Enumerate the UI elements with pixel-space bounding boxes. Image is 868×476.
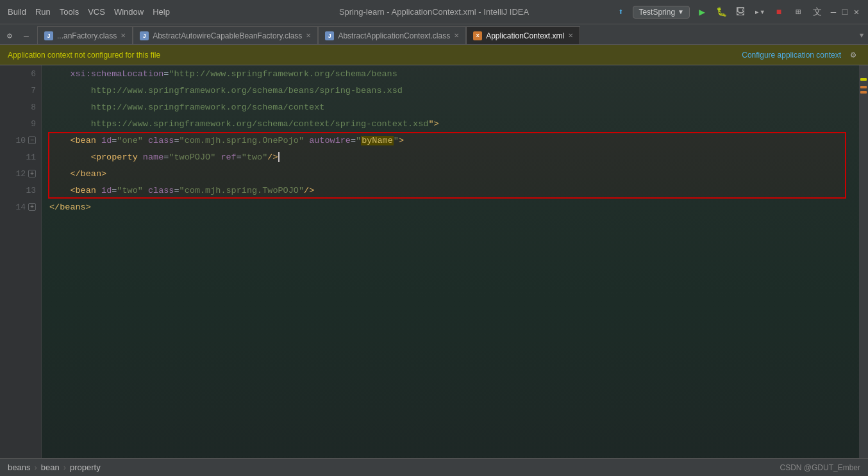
breadcrumb-property[interactable]: property: [70, 463, 101, 472]
tab-label: AbstractApplicationContext.class: [338, 31, 450, 40]
line-number: 14: [15, 202, 26, 212]
code-token: </: [49, 202, 60, 212]
info-bar-message: Application context not configured for t…: [8, 51, 160, 60]
status-bar: beans › bean › property CSDN @GDUT_Ember: [0, 458, 868, 476]
right-scrollbar[interactable]: [859, 65, 868, 458]
code-token: "one": [117, 136, 143, 145]
code-token: beans: [60, 202, 86, 212]
run-button[interactable]: ▶: [695, 5, 709, 19]
code-token: =: [112, 186, 117, 195]
line-number: 6: [31, 69, 36, 79]
java-file-icon: J: [140, 31, 149, 40]
fold-icon-14[interactable]: +: [28, 203, 36, 211]
run-config-selector[interactable]: TestSpring ▼: [633, 6, 690, 19]
close-button[interactable]: ✕: [853, 8, 860, 16]
code-line-6: xsi:schemaLocation="http://www.springfra…: [42, 65, 859, 82]
gutter-line-13: 13: [0, 182, 36, 199]
back-navigation-icon[interactable]: ⬆: [613, 5, 628, 19]
tab-close-icon[interactable]: ✕: [121, 32, 126, 39]
code-token: name: [143, 152, 163, 162]
maximize-button[interactable]: □: [841, 8, 849, 16]
tabs-bar: ⚙ — J ...anFactory.class ✕ J AbstractAut…: [0, 24, 868, 45]
code-token: class: [148, 186, 174, 195]
translate-button[interactable]: 文: [810, 5, 824, 19]
tab-close-icon[interactable]: ✕: [306, 32, 311, 39]
code-token: bean: [76, 136, 96, 145]
gutter-line-6: 6: [0, 65, 36, 82]
menu-build[interactable]: Build: [8, 7, 26, 17]
code-token: [138, 152, 143, 162]
code-token: =: [174, 186, 179, 195]
code-token: [143, 186, 148, 195]
code-token: [304, 136, 309, 145]
tab-abstractautowire[interactable]: J AbstractAutowireCapableBeanFactory.cla…: [133, 26, 318, 44]
code-token: =: [112, 136, 117, 145]
fold-icon-10[interactable]: −: [28, 136, 36, 144]
code-token: "two": [242, 152, 268, 162]
tab-close-icon[interactable]: ✕: [454, 32, 459, 39]
code-token: http://www.springframework.org/schema/be…: [49, 86, 403, 95]
code-token: "http://www.springframework.org/schema/b…: [169, 69, 397, 79]
code-token: </: [49, 169, 81, 179]
scrollbar-marker-yellow: [860, 78, 867, 81]
code-token: ": [394, 136, 399, 145]
code-editor[interactable]: xsi:schemaLocation="http://www.springfra…: [42, 65, 859, 458]
scrollbar-marker-orange2: [860, 91, 867, 94]
code-token: >: [86, 202, 91, 212]
java-file-icon: J: [325, 31, 334, 40]
info-bar-settings-icon[interactable]: ⚙: [846, 48, 860, 62]
more-run-actions[interactable]: ▸▾: [753, 5, 767, 19]
code-token: id: [101, 136, 112, 145]
coverage-button[interactable]: ⛾: [733, 5, 747, 19]
menu-run[interactable]: Run: [35, 7, 51, 17]
fold-icon-12[interactable]: +: [28, 170, 36, 177]
code-token: "twoPOJO": [169, 152, 215, 162]
tab-beanfactory[interactable]: J ...anFactory.class ✕: [37, 26, 133, 44]
menu-vcs[interactable]: VCS: [88, 7, 105, 17]
line-number: 8: [31, 103, 36, 112]
code-line-8: http://www.springframework.org/schema/co…: [42, 99, 859, 115]
java-file-icon: J: [44, 31, 53, 40]
code-token: [96, 136, 101, 145]
profile-button[interactable]: ⊞: [791, 5, 805, 19]
breadcrumb-beans[interactable]: beans: [8, 463, 30, 472]
menu-help[interactable]: Help: [153, 7, 170, 17]
code-token: byName: [361, 136, 394, 145]
tab-abstractapp[interactable]: J AbstractApplicationContext.class ✕: [318, 26, 466, 44]
window-controls: — □ ✕: [830, 8, 860, 16]
main-editor-area: 6 7 8 9 10 − 11 12 + 13: [0, 65, 868, 458]
code-token: ">: [428, 119, 438, 129]
code-token: bean: [81, 169, 101, 179]
code-token: http://www.springframework.org/schema/co…: [49, 103, 324, 112]
code-token: "two": [117, 186, 143, 195]
line-number: 11: [26, 152, 36, 162]
menu-window[interactable]: Window: [114, 7, 144, 17]
code-token: <: [49, 136, 76, 145]
title-bar-left: Build Run Tools VCS Window Help: [8, 7, 170, 17]
editor-close-tab-icon[interactable]: —: [19, 29, 33, 43]
tab-applicationcontext[interactable]: X ApplicationContext.xml ✕: [466, 26, 580, 44]
run-config-dropdown-icon[interactable]: ▼: [678, 8, 684, 15]
configure-context-link[interactable]: Configure application context: [742, 51, 841, 60]
line-number: 12: [15, 169, 26, 179]
tabs-overflow-button[interactable]: ▾: [855, 26, 868, 44]
line-number-gutter: 6 7 8 9 10 − 11 12 + 13: [0, 65, 42, 458]
editor-settings-icon[interactable]: ⚙: [3, 29, 17, 43]
line-number: 13: [26, 186, 36, 195]
gutter-line-10: 10 −: [0, 132, 36, 149]
code-line-9: https://www.springframework.org/schema/c…: [42, 115, 859, 132]
code-line-11: <property name="twoPOJO" ref="two"/>: [42, 149, 859, 165]
debug-button[interactable]: 🐛: [714, 5, 728, 19]
menu-bar: Build Run Tools VCS Window Help: [8, 7, 170, 17]
tab-close-icon[interactable]: ✕: [568, 32, 573, 39]
gutter-line-14: 14 +: [0, 199, 36, 215]
stop-button[interactable]: ■: [772, 5, 786, 19]
menu-tools[interactable]: Tools: [60, 7, 79, 17]
run-config-label: TestSpring: [638, 8, 675, 17]
minimize-button[interactable]: —: [830, 8, 837, 16]
code-line-12: </bean>: [42, 165, 859, 182]
title-bar: Build Run Tools VCS Window Help Spring-l…: [0, 0, 868, 24]
status-bar-right-text: CSDN @GDUT_Ember: [780, 463, 860, 472]
code-token: [96, 186, 101, 195]
breadcrumb-bean[interactable]: bean: [41, 463, 60, 472]
